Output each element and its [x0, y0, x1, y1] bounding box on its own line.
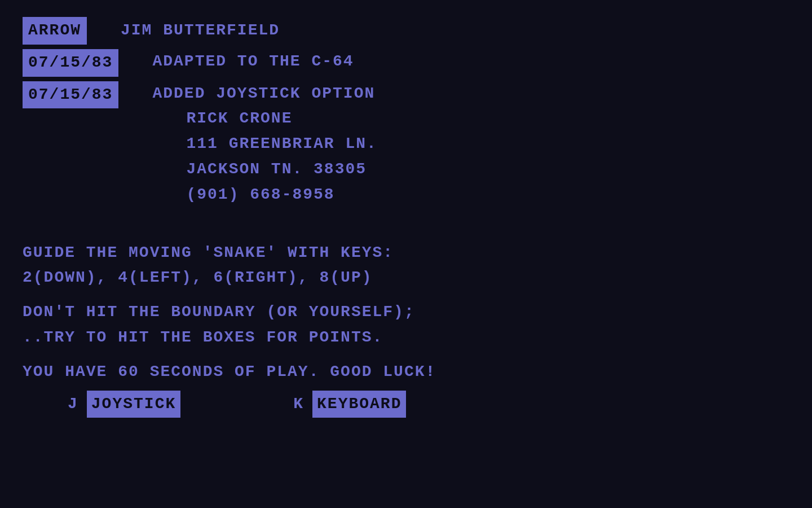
spacer	[23, 212, 789, 235]
keyboard-key-label: K	[293, 392, 304, 417]
control-options-row: J JOYSTICK K KEYBOARD	[23, 391, 789, 418]
author-name: JIM BUTTERFIELD	[121, 18, 280, 43]
date-row-2: 07/15/83 ADDED JOYSTICK OPTION RICK CRON…	[23, 81, 789, 208]
joystick-label[interactable]: JOYSTICK	[87, 391, 180, 418]
header-row: ARROW JIM BUTTERFIELD	[23, 17, 789, 45]
date2-line1: ADDED JOYSTICK OPTION	[152, 81, 377, 107]
date-row-1: 07/15/83 ADAPTED TO THE C-64	[23, 49, 789, 77]
gap1	[23, 291, 789, 300]
instruction-line2: 2(DOWN), 4(LEFT), 6(RIGHT), 8(UP)	[23, 265, 789, 291]
program-name: ARROW	[23, 17, 87, 45]
date1: 07/15/83	[23, 49, 118, 77]
date2-line4: JACKSON TN. 38305	[152, 157, 377, 182]
keyboard-option[interactable]: K KEYBOARD	[293, 391, 406, 418]
c64-screen: ARROW JIM BUTTERFIELD 07/15/83 ADAPTED T…	[0, 0, 812, 508]
date2-line5: (901) 668-8958	[152, 182, 377, 208]
instruction-line1: GUIDE THE MOVING 'SNAKE' WITH KEYS:	[23, 240, 789, 266]
instruction-line4: ..TRY TO HIT THE BOXES FOR POINTS.	[23, 325, 789, 351]
keyboard-label[interactable]: KEYBOARD	[312, 391, 406, 418]
date2: 07/15/83	[23, 81, 118, 109]
gap2	[23, 351, 789, 360]
joystick-option[interactable]: J JOYSTICK	[68, 391, 180, 418]
instructions: GUIDE THE MOVING 'SNAKE' WITH KEYS: 2(DO…	[23, 240, 789, 385]
instruction-line3: DON'T HIT THE BOUNDARY (OR YOURSELF);	[23, 300, 789, 325]
date1-desc: ADAPTED TO THE C-64	[152, 49, 354, 75]
date2-content: ADDED JOYSTICK OPTION RICK CRONE 111 GRE…	[152, 81, 377, 208]
date2-line2: RICK CRONE	[152, 106, 377, 132]
instruction-line5: YOU HAVE 60 SECONDS OF PLAY. GOOD LUCK!	[23, 360, 789, 385]
date2-line3: 111 GREENBRIAR LN.	[152, 132, 377, 157]
joystick-key-label: J	[68, 392, 78, 417]
